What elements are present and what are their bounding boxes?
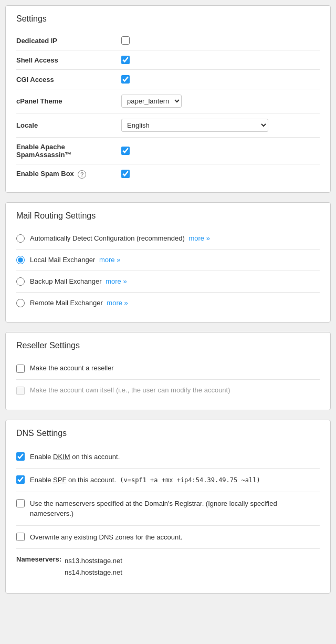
auto-detect-row: Automatically Detect Configuration (reco… (16, 228, 320, 250)
local-mail-row: Local Mail Exchanger more » (16, 250, 320, 271)
nameserver-1: ns13.hoststage.net (65, 555, 122, 567)
nameserver-2: ns14.hoststage.net (65, 567, 122, 578)
reseller-label: Make the account a reseller (30, 364, 114, 372)
cpanel-theme-row: cPanel Theme paper_lantern (16, 89, 320, 113)
reseller-checkbox[interactable] (16, 365, 25, 373)
mail-routing-card: Mail Routing Settings Automatically Dete… (5, 202, 331, 323)
spamassassin-label: Enable Apache SpamAssassin™ (16, 143, 121, 159)
mail-routing-title: Mail Routing Settings (16, 211, 320, 221)
registrar-nameservers-row: Use the nameservers specified at the Dom… (16, 492, 320, 526)
account-own-itself-row: Make the account own itself (i.e., the u… (16, 380, 320, 401)
auto-detect-more-link[interactable]: more » (188, 234, 209, 242)
shell-access-control (121, 56, 130, 64)
account-own-itself-checkbox[interactable] (16, 387, 25, 395)
dns-title: DNS Settings (16, 429, 320, 438)
cgi-access-row: CGI Access (16, 70, 320, 89)
local-mail-radio[interactable] (16, 256, 25, 264)
auto-detect-radio[interactable] (16, 234, 25, 243)
auto-detect-label: Automatically Detect Configuration (reco… (30, 234, 210, 242)
cgi-access-checkbox[interactable] (121, 75, 130, 84)
reseller-card: Reseller Settings Make the account a res… (5, 332, 331, 410)
backup-mail-radio[interactable] (16, 277, 25, 286)
registrar-nameservers-checkbox[interactable] (16, 499, 25, 507)
overwrite-dns-checkbox[interactable] (16, 533, 25, 541)
dedicated-ip-label: Dedicated IP (16, 37, 121, 45)
spam-box-label: Enable Spam Box ? (16, 170, 121, 179)
spam-box-control (121, 170, 130, 178)
dedicated-ip-row: Dedicated IP (16, 31, 320, 50)
remote-mail-radio[interactable] (16, 299, 25, 307)
dkim-label: Enable DKIM on this account. (30, 452, 120, 462)
cgi-access-control (121, 75, 130, 84)
spam-box-row: Enable Spam Box ? (16, 164, 320, 184)
dedicated-ip-checkbox[interactable] (121, 36, 130, 45)
shell-access-checkbox[interactable] (121, 56, 130, 64)
remote-mail-more-link[interactable]: more » (107, 299, 128, 307)
spamassassin-checkbox[interactable] (121, 147, 130, 155)
registrar-nameservers-label: Use the nameservers specified at the Dom… (30, 498, 320, 519)
shell-access-label: Shell Access (16, 56, 121, 64)
locale-row: Locale English (16, 113, 320, 138)
settings-card: Settings Dedicated IP Shell Access CGI A… (5, 5, 331, 193)
locale-control: English (121, 119, 268, 132)
cpanel-theme-select[interactable]: paper_lantern (121, 95, 182, 108)
spf-row: Enable SPF on this account. (v=spf1 +a +… (16, 469, 320, 492)
dns-card: DNS Settings Enable DKIM on this account… (5, 420, 331, 594)
cpanel-theme-label: cPanel Theme (16, 97, 121, 105)
nameservers-key: Nameservers: (16, 555, 61, 563)
spamassassin-row: Enable Apache SpamAssassin™ (16, 138, 320, 164)
backup-mail-row: Backup Mail Exchanger more » (16, 271, 320, 293)
backup-mail-more-link[interactable]: more » (106, 277, 127, 285)
cpanel-theme-control: paper_lantern (121, 95, 182, 108)
spam-box-checkbox[interactable] (121, 170, 130, 178)
nameservers-row: Nameservers: ns13.hoststage.net ns14.hos… (16, 549, 320, 585)
spamassassin-control (121, 147, 130, 155)
overwrite-dns-row: Overwrite any existing DNS zones for the… (16, 526, 320, 549)
remote-mail-row: Remote Mail Exchanger more » (16, 293, 320, 314)
spf-value: (v=spf1 +a +mx +ip4:54.39.49.75 ~all) (120, 476, 260, 484)
local-mail-more-link[interactable]: more » (99, 256, 120, 264)
dkim-row: Enable DKIM on this account. (16, 445, 320, 469)
cgi-access-label: CGI Access (16, 76, 121, 84)
dkim-checkbox[interactable] (16, 452, 25, 461)
local-mail-label: Local Mail Exchanger more » (30, 256, 120, 264)
reseller-row: Make the account a reseller (16, 358, 320, 380)
backup-mail-label: Backup Mail Exchanger more » (30, 277, 127, 285)
account-own-itself-label: Make the account own itself (i.e., the u… (30, 386, 230, 394)
spam-box-help-icon[interactable]: ? (78, 170, 86, 179)
locale-label: Locale (16, 121, 121, 129)
settings-title: Settings (16, 14, 320, 24)
spf-label: Enable SPF on this account. (v=spf1 +a +… (30, 475, 260, 485)
remote-mail-label: Remote Mail Exchanger more » (30, 299, 128, 307)
overwrite-dns-label: Overwrite any existing DNS zones for the… (30, 532, 182, 543)
dkim-underline: DKIM (53, 453, 70, 461)
reseller-title: Reseller Settings (16, 341, 320, 350)
dedicated-ip-control (121, 36, 130, 45)
locale-select[interactable]: English (121, 119, 268, 132)
shell-access-row: Shell Access (16, 50, 320, 70)
nameservers-values: ns13.hoststage.net ns14.hoststage.net (65, 555, 122, 578)
spf-underline: SPF (53, 476, 66, 484)
spf-checkbox[interactable] (16, 475, 25, 484)
